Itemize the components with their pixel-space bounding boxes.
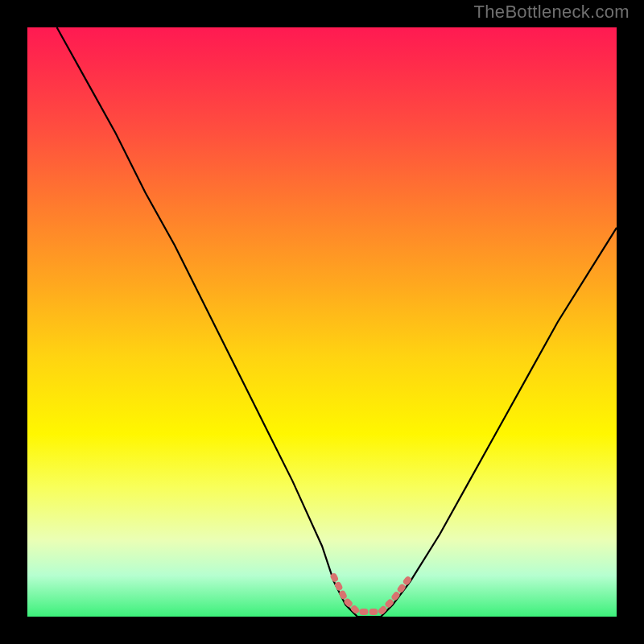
- chart-stage: TheBottleneck.com: [0, 0, 644, 644]
- watermark-text: TheBottleneck.com: [474, 2, 630, 23]
- bottleneck-curve: [27, 27, 617, 617]
